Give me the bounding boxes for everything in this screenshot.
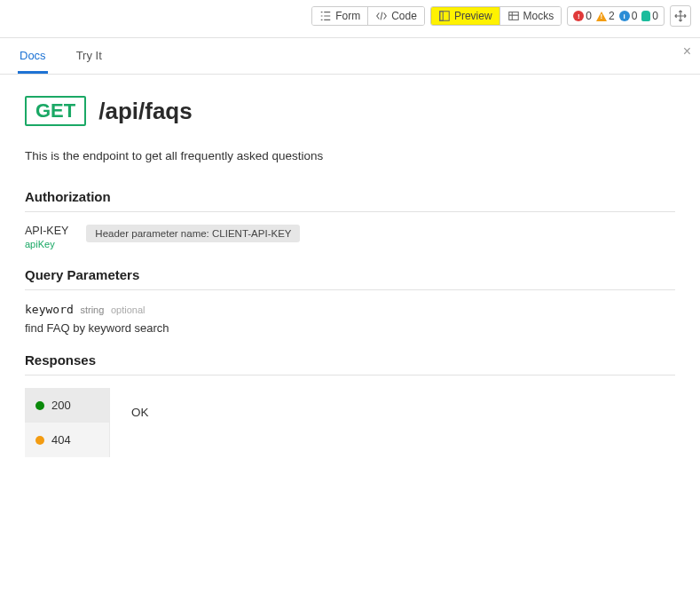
preview-panel: × Docs Try It GET /api/faqs This is the … <box>0 37 700 478</box>
preview-icon <box>438 10 451 22</box>
response-item-200[interactable]: 200 <box>25 388 109 423</box>
http-method-badge: GET <box>25 96 86 126</box>
param-type: string <box>80 304 104 315</box>
error-count: 0 <box>586 10 592 22</box>
warning-count: 2 <box>609 10 615 22</box>
diagnostics-group[interactable]: ! 0 2 i 0 0 <box>567 6 665 26</box>
mocks-label: Mocks <box>523 10 554 22</box>
responses-sidebar: 200 404 <box>25 388 110 457</box>
tab-try-it[interactable]: Try It <box>75 38 104 74</box>
hint-indicator[interactable]: 0 <box>641 10 658 22</box>
param-name: keyword <box>25 303 74 316</box>
preview-label: Preview <box>454 10 492 22</box>
error-icon: ! <box>573 11 584 21</box>
info-indicator[interactable]: i 0 <box>619 10 638 22</box>
response-body: OK <box>110 388 170 457</box>
response-code: 200 <box>51 399 71 412</box>
hint-icon <box>641 11 650 21</box>
auth-name: API-KEY <box>25 225 68 237</box>
status-dot-icon <box>35 401 44 410</box>
tab-docs[interactable]: Docs <box>18 38 48 74</box>
error-indicator[interactable]: ! 0 <box>573 10 592 22</box>
move-icon <box>674 10 687 22</box>
docs-content: GET /api/faqs This is the endpoint to ge… <box>0 75 700 478</box>
preview-mocks-group: Preview Mocks <box>430 6 562 26</box>
close-panel-button[interactable]: × <box>683 43 691 59</box>
auth-description: Header parameter name: CLIENT-API-KEY <box>86 225 300 242</box>
response-code: 404 <box>51 433 71 447</box>
code-button[interactable]: Code <box>368 7 424 25</box>
responses-heading: Responses <box>25 352 675 376</box>
responses-row: 200 404 OK <box>25 388 675 457</box>
endpoint-description: This is the endpoint to get all frequent… <box>25 149 675 162</box>
preview-button[interactable]: Preview <box>431 7 500 25</box>
hint-count: 0 <box>652 10 658 22</box>
move-panel-button[interactable] <box>670 5 691 27</box>
warning-indicator[interactable]: 2 <box>596 10 615 22</box>
preview-tabs: Docs Try It <box>0 38 700 75</box>
form-button[interactable]: Form <box>312 7 368 25</box>
query-params-heading: Query Parameters <box>25 267 675 290</box>
svg-rect-2 <box>508 12 518 20</box>
warning-icon <box>596 12 607 21</box>
top-toolbar: Form Code Preview Mocks ! 0 2 i 0 <box>0 0 700 32</box>
auth-type: apiKey <box>25 239 68 249</box>
code-icon <box>375 10 388 22</box>
form-icon <box>319 10 332 22</box>
info-count: 0 <box>632 10 638 22</box>
code-label: Code <box>391 10 417 22</box>
info-icon: i <box>619 11 630 21</box>
status-dot-icon <box>35 436 44 445</box>
response-item-404[interactable]: 404 <box>25 423 109 457</box>
authorization-heading: Authorization <box>25 189 675 212</box>
authorization-row: API-KEY apiKey Header parameter name: CL… <box>25 225 675 249</box>
svg-rect-1 <box>440 12 444 21</box>
query-param-row: keyword string optional <box>25 303 675 316</box>
mocks-button[interactable]: Mocks <box>500 7 562 25</box>
param-description: find FAQ by keyword search <box>25 321 675 335</box>
svg-rect-0 <box>440 12 450 21</box>
auth-name-column: API-KEY apiKey <box>25 225 68 249</box>
view-mode-group: Form Code <box>311 6 425 26</box>
mocks-icon <box>507 10 520 22</box>
endpoint-title-row: GET /api/faqs <box>25 96 675 126</box>
endpoint-path: /api/faqs <box>98 98 192 125</box>
param-optional: optional <box>111 304 146 315</box>
form-label: Form <box>335 10 360 22</box>
